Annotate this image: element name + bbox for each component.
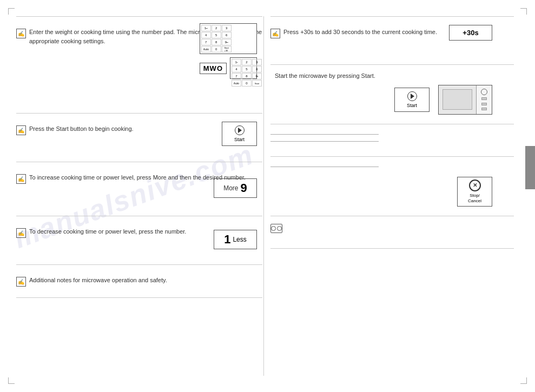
kg-cell-1: 1▪▪: [201, 25, 211, 31]
corner-tl: [8, 8, 15, 15]
note-icon-1: ✍: [16, 29, 26, 38]
kg-cell-5: 5: [212, 32, 221, 38]
stop-icon: ✕: [469, 180, 481, 191]
rnote-icon-1: ✍: [270, 29, 280, 38]
oven-btn-3: [481, 108, 487, 110]
content-line-1: [270, 134, 379, 135]
tape-row: [270, 224, 514, 233]
kg-cell-6: 6: [222, 32, 232, 38]
kg2-4: 4: [232, 66, 241, 72]
more-num: 9: [241, 182, 247, 194]
plus30-label: +30s: [463, 29, 478, 37]
plus30-container: +30s: [449, 25, 492, 41]
right-start-button: Start: [394, 88, 430, 112]
note-icon-3: ✍: [16, 174, 26, 184]
corner-bl: [8, 377, 15, 384]
left-section-4: ✍ To decrease cooking time or power leve…: [16, 216, 262, 265]
kg-cell-0: 0: [212, 46, 221, 52]
cassette-icon: [270, 224, 282, 233]
note-text-5: Additional notes for microwave operation…: [29, 276, 262, 285]
mwo-container: MWO 1▪ 2 3 4 5 6 7 8 9▪ Auto 0 Start: [200, 57, 257, 79]
stop-label: Stop/Cancel: [468, 193, 481, 204]
right-column: ✍ Press +30s to add 30 seconds to the cu…: [270, 16, 514, 376]
right-section-3: [270, 124, 514, 157]
more-btn-container: More 9: [214, 178, 257, 198]
right-section-5: [270, 216, 514, 249]
cassette-reel-right: [277, 226, 282, 231]
oven-illustration: [438, 85, 492, 115]
oven-btn-1: [481, 97, 487, 100]
less-btn-container: 1 Less: [214, 230, 257, 249]
more-button-illustration: More 9: [214, 178, 257, 198]
start-btn-container: Start: [222, 122, 257, 146]
kg2-8: 8: [242, 73, 252, 79]
corner-tr: [520, 8, 527, 15]
start-label: Start: [234, 137, 245, 142]
oven-window: [442, 89, 472, 110]
kg2-auto: Auto: [232, 80, 241, 87]
oven-dial: [481, 89, 487, 95]
page-container: manualsnive.com ✍ Enter the weight or co…: [0, 0, 535, 392]
kg-cell-7: 7: [201, 39, 211, 45]
right-section-2: Start the microwave by pressing Start. S…: [270, 65, 514, 124]
kg2-7: 7: [232, 73, 241, 79]
kg2-start: Start: [252, 80, 262, 87]
stop-button: ✕ Stop/Cancel: [457, 177, 492, 207]
rnote-text-2: Start the microwave by pressing Start.: [275, 71, 514, 81]
start-button-illustration: Start: [222, 122, 257, 146]
kg-cell-start: Start+30: [222, 46, 232, 52]
kg-cell-2: 2: [212, 25, 221, 31]
more-text: More: [223, 184, 238, 192]
right-section-4: ✕ Stop/Cancel: [270, 157, 514, 216]
keypad-grid-2: 1▪ 2 3 4 5 6 7 8 9▪ Auto 0 Start: [230, 57, 257, 79]
right-start-label: Start: [407, 103, 417, 108]
left-section-3: ✍ To increase cooking time or power leve…: [16, 162, 262, 216]
right-start-icon: [407, 91, 417, 101]
content-line-2: [270, 141, 379, 142]
kg-cell-9: 9▪▪: [222, 39, 232, 45]
note-icon-2: ✍: [16, 125, 26, 135]
oven-door: [477, 85, 492, 114]
kg2-6: 6: [252, 66, 262, 72]
left-section-2: ✍ Press the Start button to begin cookin…: [16, 114, 262, 162]
kg2-1: 1▪: [232, 59, 241, 65]
stop-btn-row: ✕ Stop/Cancel: [270, 177, 514, 207]
kg2-5: 5: [242, 66, 252, 72]
left-column: ✍ Enter the weight or cooking time using…: [16, 16, 262, 376]
note-icon-4: ✍: [16, 228, 26, 238]
left-section-1: ✍ Enter the weight or cooking time using…: [16, 16, 262, 114]
kg-cell-4: 4: [201, 32, 211, 38]
kg-cell-8: 8: [212, 39, 221, 45]
stop-x: ✕: [473, 182, 477, 188]
right-section-1: ✍ Press +30s to add 30 seconds to the cu…: [270, 16, 514, 65]
start-icon: [235, 125, 245, 135]
cassette-reel-left: [271, 226, 276, 231]
left-section-5: ✍ Additional notes for microwave operati…: [16, 265, 262, 298]
right-tab: [525, 146, 535, 189]
kg-cell-3: 3: [222, 25, 232, 31]
less-text: Less: [233, 236, 246, 243]
kg2-9: 9▪: [252, 73, 262, 79]
keypad-illustration: 1▪▪ 2 3 4 5 6 7 8 9▪▪ Auto 0 Start+30 MW…: [200, 23, 257, 79]
start-oven-row: Start: [270, 85, 514, 115]
content-line-3: [270, 167, 379, 167]
oven-btn-2: [481, 103, 487, 105]
note-5: ✍ Additional notes for microwave operati…: [16, 271, 262, 291]
kg2-3: 3: [252, 59, 262, 65]
kg-cell-auto: Auto: [201, 46, 211, 52]
oven-body: [439, 85, 477, 114]
kg2-0: 0: [242, 80, 252, 87]
v-divider: [263, 16, 264, 376]
less-num: 1: [224, 234, 230, 245]
less-button-illustration: 1 Less: [214, 230, 257, 249]
note-icon-5: ✍: [16, 277, 26, 287]
mwo-label: MWO: [200, 63, 227, 74]
corner-br: [520, 377, 527, 384]
keypad-grid: 1▪▪ 2 3 4 5 6 7 8 9▪▪ Auto 0 Start+30: [200, 23, 257, 54]
plus30-button: +30s: [449, 25, 492, 41]
kg2-2: 2: [242, 59, 252, 65]
